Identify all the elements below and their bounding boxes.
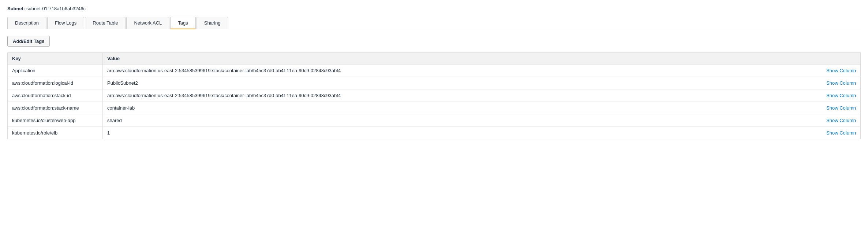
tag-key: kubernetes.io/cluster/web-app: [8, 114, 103, 127]
tag-value: arn:aws:cloudformation:us-east-2:5345853…: [103, 89, 809, 102]
tab-route-table[interactable]: Route Table: [85, 17, 126, 29]
show-column-link[interactable]: Show Column: [826, 80, 856, 86]
tag-value: 1: [103, 127, 809, 139]
column-header-value: Value: [103, 53, 809, 65]
tag-value: shared: [103, 114, 809, 127]
tag-action-cell: Show Column: [809, 114, 861, 127]
show-column-link[interactable]: Show Column: [826, 118, 856, 123]
tag-action-cell: Show Column: [809, 89, 861, 102]
tag-value: arn:aws:cloudformation:us-east-2:5345853…: [103, 65, 809, 77]
table-row: aws:cloudformation:stack-idarn:aws:cloud…: [8, 89, 861, 102]
tag-key: aws:cloudformation:stack-id: [8, 89, 103, 102]
subnet-value: subnet-01f718a1b6ab3246c: [26, 6, 86, 11]
tag-action-cell: Show Column: [809, 102, 861, 114]
show-column-link[interactable]: Show Column: [826, 105, 856, 111]
tabs-container: Description Flow Logs Route Table Networ…: [7, 16, 861, 29]
table-row: kubernetes.io/role/elb1Show Column: [8, 127, 861, 139]
tag-key: kubernetes.io/role/elb: [8, 127, 103, 139]
subnet-label: Subnet:: [7, 6, 25, 11]
tab-network-acl[interactable]: Network ACL: [126, 17, 169, 29]
tag-action-cell: Show Column: [809, 77, 861, 89]
tag-key: aws:cloudformation:stack-name: [8, 102, 103, 114]
table-row: kubernetes.io/cluster/web-appsharedShow …: [8, 114, 861, 127]
toolbar: Add/Edit Tags: [7, 36, 861, 47]
show-column-link[interactable]: Show Column: [826, 68, 856, 73]
tab-tags[interactable]: Tags: [170, 17, 195, 29]
tab-flow-logs[interactable]: Flow Logs: [47, 17, 84, 29]
tag-action-cell: Show Column: [809, 65, 861, 77]
tab-sharing[interactable]: Sharing: [197, 17, 228, 29]
show-column-link[interactable]: Show Column: [826, 130, 856, 136]
tag-key: Application: [8, 65, 103, 77]
column-header-key: Key: [8, 53, 103, 65]
subnet-header: Subnet: subnet-01f718a1b6ab3246c: [7, 6, 861, 11]
tag-key: aws:cloudformation:logical-id: [8, 77, 103, 89]
column-header-action: [809, 53, 861, 65]
tab-description[interactable]: Description: [7, 17, 46, 29]
table-row: aws:cloudformation:logical-idPublicSubne…: [8, 77, 861, 89]
table-header-row: Key Value: [8, 53, 861, 65]
tag-value: container-lab: [103, 102, 809, 114]
tag-action-cell: Show Column: [809, 127, 861, 139]
tags-table: Key Value Applicationarn:aws:cloudformat…: [7, 52, 861, 139]
add-edit-tags-button[interactable]: Add/Edit Tags: [7, 36, 50, 47]
table-row: Applicationarn:aws:cloudformation:us-eas…: [8, 65, 861, 77]
tag-value: PublicSubnet2: [103, 77, 809, 89]
show-column-link[interactable]: Show Column: [826, 93, 856, 98]
table-row: aws:cloudformation:stack-namecontainer-l…: [8, 102, 861, 114]
